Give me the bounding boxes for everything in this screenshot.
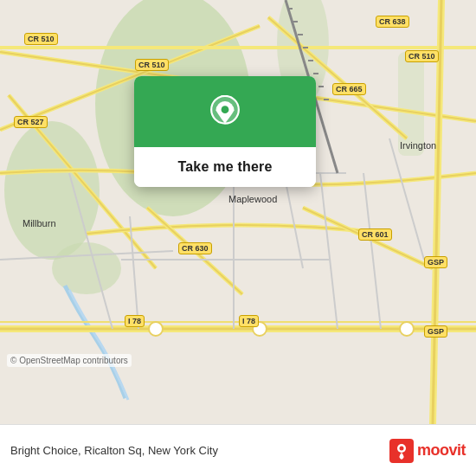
road-badge-cr601: CR 601 (358, 228, 392, 241)
bottom-bar: Bright Choice, Ricalton Sq, New York Cit… (0, 424, 476, 476)
road-badge-gsp-2: GSP (424, 325, 447, 338)
moovit-brand-text: moovit (417, 441, 466, 460)
road-badge-cr510-3: CR 510 (405, 50, 439, 62)
place-label-irvington: Irvington (400, 140, 436, 151)
svg-point-43 (149, 322, 163, 336)
road-badge-cr630: CR 630 (178, 242, 212, 254)
popup-green-area (134, 76, 316, 147)
road-badge-cr665: CR 665 (332, 83, 366, 95)
moovit-brand-icon (389, 439, 414, 463)
road-badge-cr527: CR 527 (14, 116, 48, 128)
road-badge-cr638: CR 638 (376, 16, 409, 28)
road-badge-gsp-1: GSP (424, 256, 447, 268)
svg-point-2 (4, 121, 100, 260)
svg-point-49 (222, 106, 229, 113)
place-label-maplewood: Maplewood (228, 194, 277, 204)
road-badge-cr510-1: CR 510 (24, 33, 58, 45)
popup-card: Take me there (134, 76, 316, 187)
copyright-text: © OpenStreetMap contributors (7, 354, 132, 367)
place-label-millburn: Millburn (23, 218, 56, 228)
take-me-there-button[interactable]: Take me there (134, 147, 316, 187)
svg-point-45 (400, 322, 414, 336)
bottom-location-text: Bright Choice, Ricalton Sq, New York Cit… (10, 444, 383, 457)
svg-point-52 (399, 446, 403, 450)
location-pin-icon (206, 95, 244, 133)
map-container: CR 510 CR 510 CR 638 CR 510 CR 527 CR 66… (0, 0, 476, 424)
svg-point-3 (52, 242, 121, 294)
road-badge-i78-2: I 78 (239, 315, 259, 327)
road-badge-cr510-2: CR 510 (135, 59, 169, 71)
moovit-logo: moovit (389, 439, 466, 463)
road-badge-i78-1: I 78 (125, 315, 145, 327)
